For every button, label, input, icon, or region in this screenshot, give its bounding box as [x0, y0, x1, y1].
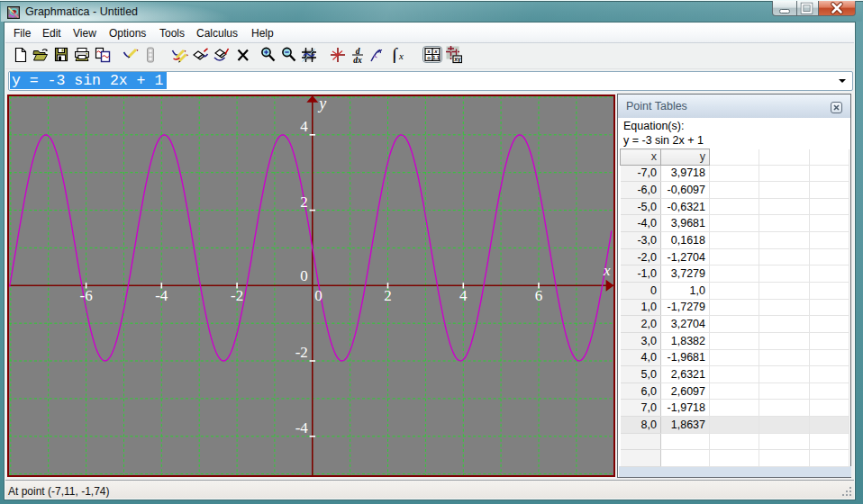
svg-text:x: x: [603, 262, 611, 279]
svg-text:4: 4: [459, 287, 468, 304]
svg-text:0: 0: [300, 267, 308, 284]
svg-text:4: 4: [300, 118, 308, 135]
svg-text:-2: -2: [295, 344, 308, 361]
svg-text:∫: ∫: [390, 47, 398, 63]
svg-text:1.1: 1.1: [432, 55, 440, 60]
svg-text:-4: -4: [295, 419, 309, 436]
svg-text:0: 0: [314, 287, 322, 304]
svg-text:2: 2: [384, 287, 392, 304]
svg-text:o: o: [427, 55, 431, 60]
svg-text:xy: xy: [454, 56, 461, 63]
svg-text:-4: -4: [155, 287, 168, 304]
svg-text:6: 6: [535, 287, 543, 304]
svg-text:dx: dx: [353, 56, 362, 64]
svg-text:2: 2: [300, 194, 308, 211]
svg-text:x: x: [398, 50, 404, 61]
svg-text:-6: -6: [80, 287, 93, 304]
svg-text:x: x: [433, 49, 438, 54]
svg-text:y: y: [317, 94, 326, 112]
svg-text:-2: -2: [231, 287, 243, 304]
